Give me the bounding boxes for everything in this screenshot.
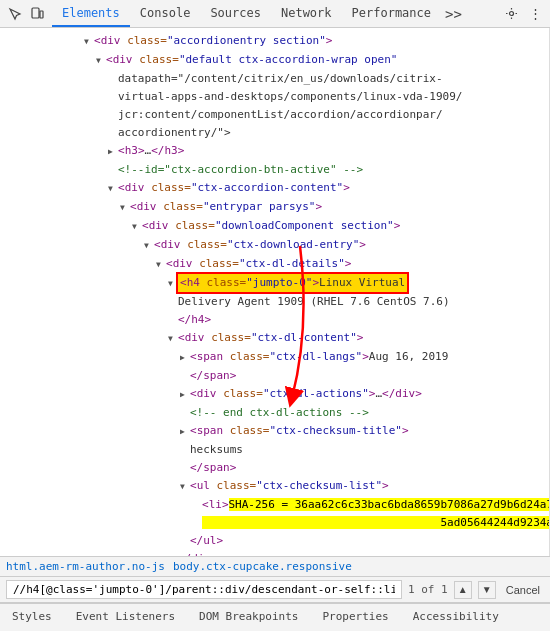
dom-line: jcr:content/componentList/accordion/acco…	[0, 106, 549, 124]
search-cancel-button[interactable]: Cancel	[502, 582, 544, 598]
dom-line[interactable]: <div class="ctx-dl-actions">…</div>	[0, 385, 549, 404]
toggle-icon[interactable]	[180, 477, 190, 496]
dom-line: </span>	[0, 367, 549, 385]
search-down-button[interactable]: ▼	[478, 581, 496, 599]
svg-rect-0	[32, 8, 39, 18]
dom-tree: <div class="accordionentry section"> <di…	[0, 32, 549, 556]
tab-network[interactable]: Network	[271, 0, 342, 27]
tab-dom-breakpoints[interactable]: DOM Breakpoints	[187, 604, 310, 631]
toolbar-right-icons: ⋮	[500, 3, 546, 25]
dom-line: </div>	[0, 550, 549, 556]
breadcrumb-html[interactable]: html.aem-rm-author.no-js	[6, 560, 165, 573]
tab-event-listeners[interactable]: Event Listeners	[64, 604, 187, 631]
dom-line: </ul>	[0, 532, 549, 550]
dom-line: hecksums	[0, 441, 549, 459]
tab-console[interactable]: Console	[130, 0, 201, 27]
h4-jumpto-node[interactable]: <h4 class="jumpto-0">Linux Virtual	[0, 274, 549, 293]
dom-line: accordionentry/">	[0, 124, 549, 142]
dom-line: virtual-apps-and-desktops/components/lin…	[0, 88, 549, 106]
main-tabs: Elements Console Sources Network Perform…	[52, 0, 500, 27]
panel-wrapper: <div class="accordionentry section"> <di…	[0, 28, 550, 556]
sha-list-item[interactable]: <li>SHA-256 = 36aa62c6c33bac6bda8659b708…	[0, 496, 549, 532]
settings-button[interactable]	[500, 3, 522, 25]
toggle-icon[interactable]	[108, 142, 118, 161]
toggle-icon[interactable]	[168, 274, 178, 293]
more-options-button[interactable]: ⋮	[524, 3, 546, 25]
toggle-icon[interactable]	[96, 51, 106, 70]
dom-line[interactable]: <div class="entrypar parsys">	[0, 198, 549, 217]
dom-line[interactable]: <div class="ctx-download-entry">	[0, 236, 549, 255]
toggle-icon[interactable]	[132, 217, 142, 236]
search-bar: 1 of 1 ▲ ▼ Cancel	[0, 577, 550, 603]
toggle-icon[interactable]	[168, 329, 178, 348]
dom-line[interactable]: <ul class="ctx-checksum-list">	[0, 477, 549, 496]
devtools-toolbar: Elements Console Sources Network Perform…	[0, 0, 550, 28]
dom-line[interactable]: <div class="ctx-dl-details">	[0, 255, 549, 274]
svg-rect-1	[40, 11, 43, 18]
breadcrumb-body[interactable]: body.ctx-cupcake.responsive	[173, 560, 352, 573]
dom-line: <!--id="ctx-accordion-btn-active" -->	[0, 161, 549, 179]
toggle-icon[interactable]	[108, 179, 118, 198]
search-input[interactable]	[6, 580, 402, 599]
dom-line[interactable]: <span class="ctx-dl-langs">Aug 16, 2019	[0, 348, 549, 367]
dom-line[interactable]: <span class="ctx-checksum-title">	[0, 422, 549, 441]
toggle-icon[interactable]	[84, 32, 94, 51]
breadcrumb-bar: html.aem-rm-author.no-js body.ctx-cupcak…	[0, 556, 550, 577]
dom-line[interactable]: <div class="ctx-dl-content">	[0, 329, 549, 348]
tab-sources[interactable]: Sources	[200, 0, 271, 27]
dom-line: datapath="/content/citrix/en_us/download…	[0, 70, 549, 88]
dom-line: </h4>	[0, 311, 549, 329]
dom-line[interactable]: <h3>…</h3>	[0, 142, 549, 161]
tab-styles[interactable]: Styles	[0, 604, 64, 631]
device-toolbar-button[interactable]	[26, 3, 48, 25]
more-tabs-button[interactable]: >>	[441, 0, 466, 27]
inspect-element-button[interactable]	[4, 3, 26, 25]
dom-line: </span>	[0, 459, 549, 477]
dom-line: Delivery Agent 1909 (RHEL 7.6 CentOS 7.6…	[0, 293, 549, 311]
toggle-icon[interactable]	[144, 236, 154, 255]
dom-line: <!-- end ctx-dl-actions -->	[0, 404, 549, 422]
tab-performance[interactable]: Performance	[342, 0, 441, 27]
dom-line[interactable]: <div class="accordionentry section">	[0, 32, 549, 51]
search-up-button[interactable]: ▲	[454, 581, 472, 599]
svg-point-2	[509, 12, 513, 16]
toggle-icon[interactable]	[180, 385, 190, 404]
dom-line[interactable]: <div class="default ctx-accordion-wrap o…	[0, 51, 549, 70]
toggle-icon[interactable]	[156, 255, 166, 274]
elements-panel[interactable]: <div class="accordionentry section"> <di…	[0, 28, 550, 556]
search-count: 1 of 1	[408, 583, 448, 596]
dom-line[interactable]: <div class="downloadComponent section">	[0, 217, 549, 236]
tab-properties[interactable]: Properties	[310, 604, 400, 631]
toggle-icon[interactable]	[180, 348, 190, 367]
dom-line[interactable]: <div class="ctx-accordion-content">	[0, 179, 549, 198]
toggle-icon[interactable]	[180, 422, 190, 441]
tab-elements[interactable]: Elements	[52, 0, 130, 27]
toggle-icon[interactable]	[120, 198, 130, 217]
bottom-tabs: Styles Event Listeners DOM Breakpoints P…	[0, 603, 550, 631]
tab-accessibility[interactable]: Accessibility	[401, 604, 511, 631]
